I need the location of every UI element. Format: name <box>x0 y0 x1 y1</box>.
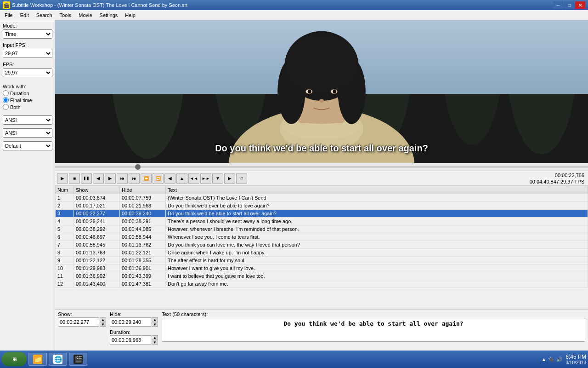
table-row[interactable]: 1100:01:36,90200:01:43,399I want to beli… <box>56 272 588 280</box>
table-row[interactable]: 500:00:38,29200:00:44,085However, whenev… <box>56 225 588 233</box>
cell-num: 7 <box>56 241 74 249</box>
maximize-button[interactable]: □ <box>564 1 574 9</box>
cell-text: However I want to give you all my love. <box>166 264 588 272</box>
work-with-group: Duration Final time Both <box>3 90 52 110</box>
next-frame-button[interactable]: ▼ <box>212 173 223 184</box>
hide-down-button[interactable]: ▼ <box>152 322 158 327</box>
prev-frame-button[interactable]: ▲ <box>176 173 187 184</box>
hide-input[interactable] <box>110 317 151 327</box>
stop-button[interactable]: ■ <box>69 173 80 184</box>
next-key-button[interactable]: ►► <box>200 173 211 184</box>
cell-text: Do you think you can love me, the way I … <box>166 241 588 249</box>
loop-button[interactable]: 🔁 <box>153 173 164 184</box>
work-duration-radio[interactable] <box>3 90 9 96</box>
show-down-button[interactable]: ▼ <box>100 322 106 327</box>
menu-help[interactable]: Help <box>121 12 139 19</box>
fps-label: FPS: <box>3 62 52 67</box>
svg-point-20 <box>308 90 311 93</box>
work-duration-option[interactable]: Duration <box>3 90 52 96</box>
cell-hide: 00:01:43,399 <box>120 272 166 280</box>
taskbar-app-filemanager[interactable]: 📁 <box>28 353 47 366</box>
encoding1-select[interactable]: ANSI UTF-8 <box>3 115 52 125</box>
taskbar-app-video[interactable]: 🎬 <box>69 353 87 366</box>
skip-forward-button[interactable]: ⏭ <box>129 173 140 184</box>
table-row[interactable]: 800:01:13,76300:01:22,121Once again, whe… <box>56 249 588 257</box>
video-background: Do you think we'd be able to start all o… <box>55 20 588 163</box>
menu-tools[interactable]: Tools <box>56 12 75 19</box>
cell-show: 00:01:22,122 <box>74 257 120 264</box>
work-final-option[interactable]: Final time <box>3 97 52 103</box>
work-final-radio[interactable] <box>3 97 9 103</box>
duration-spinner: ▲ ▼ <box>152 335 158 345</box>
hide-up-button[interactable]: ▲ <box>152 317 158 322</box>
table-row[interactable]: 900:01:22,12200:01:28,355The after effec… <box>56 257 588 264</box>
cell-text: Do you think we'd ever be able to love a… <box>166 202 588 210</box>
cell-text: There's a person I should've sent away a… <box>166 218 588 225</box>
cell-num: 3 <box>56 210 74 218</box>
table-row[interactable]: 300:00:22,27700:00:29,240Do you think we… <box>56 210 588 218</box>
table-container[interactable]: Num Show Hide Text 100:00:03,67400:00:07… <box>55 186 588 309</box>
cell-num: 2 <box>56 202 74 210</box>
menu-file[interactable]: File <box>1 12 17 19</box>
menu-settings[interactable]: Settings <box>96 12 122 19</box>
show-up-button[interactable]: ▲ <box>100 317 106 322</box>
duration-down-button[interactable]: ▼ <box>152 340 158 345</box>
work-both-option[interactable]: Both <box>3 104 52 110</box>
tray-network: 🔌 <box>548 356 554 362</box>
play-button[interactable]: ▶ <box>57 173 68 184</box>
skip-back-button[interactable]: ⏮ <box>117 173 128 184</box>
rewind-button[interactable]: ◀ <box>93 173 104 184</box>
menu-edit[interactable]: Edit <box>17 12 33 19</box>
taskbar-right: ▲ 🔌 🔊 6:45 PM 3/10/2013 <box>541 354 586 365</box>
show-field-group: Show: ▲ ▼ <box>58 311 106 349</box>
taskbar-app-chrome[interactable]: 🌐 <box>49 353 67 366</box>
forward-button[interactable]: ▶ <box>105 173 116 184</box>
minimize-button[interactable]: ─ <box>553 1 563 9</box>
pause-button[interactable]: ❚❚ <box>81 173 92 184</box>
prev-sub-button[interactable]: ◀ <box>164 173 175 184</box>
subtitle-text-input[interactable] <box>162 318 585 342</box>
table-row[interactable]: 100:00:03,67400:00:07,759(Winter Sonata … <box>56 194 588 202</box>
scrubber-track[interactable] <box>55 166 588 168</box>
style-select[interactable]: Default <box>3 141 52 150</box>
duration-input[interactable] <box>110 335 151 345</box>
title-text: Subtitle Workshop - (Winter Sonata OST) … <box>12 2 551 8</box>
cell-text: Don't go far away from me. <box>166 280 588 288</box>
close-button[interactable]: ✕ <box>575 1 585 9</box>
table-row[interactable]: 600:00:46,69700:00:58,944Whenever I see … <box>56 233 588 241</box>
duration-up-button[interactable]: ▲ <box>152 335 158 340</box>
clock-date: 3/10/2013 <box>565 360 586 365</box>
scrubber-thumb[interactable] <box>135 164 141 170</box>
encoding2-select[interactable]: ANSI UTF-8 <box>3 128 52 138</box>
cell-text: I want to believe that you gave me love … <box>166 272 588 280</box>
tray-arrow[interactable]: ▲ <box>541 356 546 362</box>
table-row[interactable]: 1200:01:43,40000:01:47,381Don't go far a… <box>56 280 588 288</box>
show-input[interactable] <box>58 317 99 327</box>
menu-search[interactable]: Search <box>33 12 56 19</box>
table-row[interactable]: 200:00:17,02100:00:21,963Do you think we… <box>56 202 588 210</box>
svg-point-22 <box>319 99 324 103</box>
cell-hide: 00:01:13,762 <box>120 241 166 249</box>
scrubber-bar[interactable] <box>55 163 588 171</box>
menu-movie[interactable]: Movie <box>75 12 96 19</box>
main-layout: Mode: Time Frames Input FPS: 29,97 25 23… <box>0 20 588 351</box>
prev-key-button[interactable]: ◄◄ <box>188 173 199 184</box>
table-row[interactable]: 700:00:58,94500:01:13,762Do you think yo… <box>56 241 588 249</box>
work-both-radio[interactable] <box>3 104 9 110</box>
clock[interactable]: 6:45 PM 3/10/2013 <box>565 354 586 365</box>
tray-volume[interactable]: 🔊 <box>556 356 563 362</box>
left-panel: Mode: Time Frames Input FPS: 29,97 25 23… <box>0 20 55 351</box>
fps-select[interactable]: 29,97 25 23,976 <box>3 68 52 77</box>
input-fps-select[interactable]: 29,97 25 23,976 <box>3 49 52 58</box>
start-button[interactable]: ⊞ <box>2 352 27 366</box>
next-sub-button[interactable]: ▶ <box>224 173 235 184</box>
fast-forward-button[interactable]: ⏩ <box>141 173 152 184</box>
mode-select[interactable]: Time Frames <box>3 29 52 39</box>
hide-spinner: ▲ ▼ <box>152 317 158 327</box>
time-display: 00:00:22,786 00:04:40,847 29,97 FPS <box>530 172 586 185</box>
subtitle-table-area: Num Show Hide Text 100:00:03,67400:00:07… <box>55 186 588 351</box>
window-controls: ─ □ ✕ <box>553 1 585 9</box>
table-row[interactable]: 400:00:29,24100:00:38,291There's a perso… <box>56 218 588 225</box>
table-row[interactable]: 1000:01:29,98300:01:36,901However I want… <box>56 264 588 272</box>
mark-button[interactable]: ⊙ <box>236 173 247 184</box>
